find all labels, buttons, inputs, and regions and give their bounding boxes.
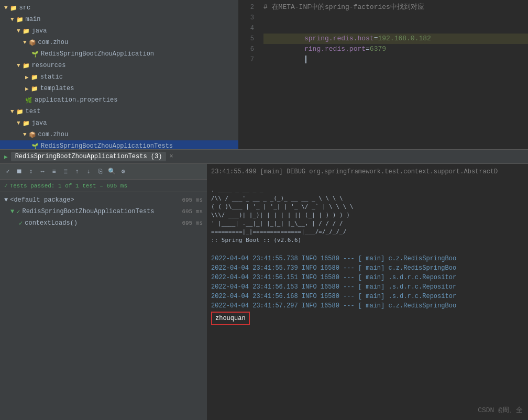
tree-item-test-java[interactable]: ▼ 📁 java [0, 117, 238, 129]
tree-item-test-com-zhou[interactable]: ▼ 📦 com.zhou [0, 129, 238, 140]
package-icon: 📦 [29, 131, 36, 138]
tree-label: RedisSpringBootZhouApplication [41, 50, 154, 58]
folder-icon: 📁 [31, 74, 38, 81]
spring-icon: 🌱 [31, 51, 39, 58]
tree-item-app-props[interactable]: 🌿 application.properties [0, 94, 238, 106]
collapse-btn[interactable]: ≣ [61, 167, 70, 176]
console-output: 23:41:55.499 [main] DEBUG org.springfram… [207, 164, 528, 420]
console-log-3: 2022-04-04 23:41:56.151 INFO 16580 --- [… [211, 273, 524, 282]
tree-item-templates[interactable]: ▶ 📁 templates [0, 83, 238, 94]
run-bar: ▶ RedisSpringBootZhouApplicationTests (3… [0, 149, 528, 164]
default-package-label: <default package> [10, 196, 74, 204]
code-line-3 [263, 13, 528, 23]
tree-item-test[interactable]: ▼ 📁 test [0, 106, 238, 117]
code-line-2: # 在META-INF中的spring-factories中找到对应 [263, 2, 528, 13]
class-time: 695 ms [182, 208, 203, 215]
tree-label: templates [40, 85, 74, 92]
expand-btn[interactable]: ≡ [49, 167, 59, 176]
console-log-1: 2022-04-04 23:41:55.738 INFO 16580 --- [… [211, 254, 524, 263]
folder-icon: 📁 [31, 85, 38, 92]
method-check-icon: ✓ [19, 219, 23, 227]
tree-item-java[interactable]: ▼ 📁 java [0, 25, 238, 37]
test-tree: ▼ <default package> 695 ms ▼ ✓ RedisSpri… [0, 192, 207, 420]
spring-leaf-icon: 🌿 [25, 97, 32, 104]
spring-logo-line6: =========|_|==============|___/=/_/_/_/ [211, 228, 524, 236]
code-content[interactable]: # 在META-INF中的spring-factories中找到对应 sprin… [259, 2, 528, 147]
class-label: RedisSpringBootZhouApplicationTests [22, 208, 154, 215]
tree-label: application.properties [35, 96, 117, 104]
folder-icon: 📁 [16, 108, 24, 115]
pass-filter-btn[interactable]: ✓ [3, 167, 13, 176]
tree-label: java [32, 27, 47, 35]
package-expand-icon: ▼ [4, 196, 8, 204]
expand-icon: ▼ [17, 28, 20, 34]
sort-btn1[interactable]: ↕ [26, 167, 36, 176]
expand-icon: ▼ [10, 108, 14, 115]
expand-icon: ▼ [4, 5, 8, 11]
tree-item-main[interactable]: ▼ 📁 main [0, 14, 238, 25]
folder-icon: 📁 [16, 16, 24, 23]
tree-item-com-zhou[interactable]: ▼ 📦 com.zhou [0, 37, 238, 48]
folder-icon: 📁 [10, 5, 17, 12]
console-log-2: 2022-04-04 23:41:55.739 INFO 16580 --- [… [211, 263, 524, 273]
tree-label: com.zhou [38, 39, 69, 46]
test-results-panel: ✓ ⏹ ↕ ↔ ≡ ≣ ↑ ↓ ⎘ 🔍 ⚙ ✓ Tests passed: 1 … [0, 164, 207, 420]
console-area: 23:41:55.499 [main] DEBUG org.springfram… [207, 164, 528, 420]
tree-item-tests-class[interactable]: 🌱 RedisSpringBootZhouApplicationTests [0, 140, 238, 149]
test-item-class[interactable]: ▼ ✓ RedisSpringBootZhouApplicationTests … [0, 206, 207, 217]
run-icon: ▶ [4, 153, 8, 160]
settings-btn[interactable]: ⚙ [118, 167, 128, 176]
file-tree: ▼ 📁 src ▼ 📁 main ▼ 📁 java ▼ 📦 com.zhou [0, 0, 238, 149]
spring-logo: . ____ _ __ _ _ /\\ / ___'_ __ _ _(_)_ _… [211, 186, 524, 245]
bottom-panel: ✓ ⏹ ↕ ↔ ≡ ≣ ↑ ↓ ⎘ 🔍 ⚙ ✓ Tests passed: 1 … [0, 164, 528, 420]
export-btn[interactable]: ⎘ [95, 167, 105, 176]
next-btn[interactable]: ↓ [84, 167, 93, 176]
test-status-bar: ✓ Tests passed: 1 of 1 test – 695 ms [0, 180, 207, 192]
method-time: 695 ms [182, 220, 203, 226]
line-numbers: 2 3 4 5 6 7 [238, 2, 259, 147]
spring-logo-line5: ' |____| .__|_| |_|_| |_\__, | / / / / [211, 219, 524, 228]
expand-icon: ▼ [23, 131, 27, 138]
console-log-5: 2022-04-04 23:41:56.168 INFO 16580 --- [… [211, 292, 524, 301]
class-expand-icon: ▼ [10, 208, 14, 215]
expand-icon: ▼ [10, 16, 14, 23]
code-line-4: spring.redis.host=192.168.0.182 [263, 23, 528, 34]
expand-icon: ▼ [17, 120, 20, 126]
spring-icon: 🌱 [31, 143, 39, 150]
editor-panel: 2 3 4 5 6 7 # 在META-INF中的spring-factorie… [238, 0, 528, 149]
expand-icon: ▼ [23, 39, 27, 46]
csdn-watermark: CSDN @周、全 [478, 405, 523, 415]
search-tests-btn[interactable]: 🔍 [107, 167, 116, 176]
close-tab-btn[interactable]: × [169, 153, 173, 160]
tree-label: static [40, 73, 63, 81]
pass-check-icon: ✓ [16, 208, 20, 216]
spring-logo-line2: /\\ / ___'_ __ _ _(_)_ __ __ _ \ \ \ \ [211, 194, 524, 203]
sort-btn2[interactable]: ↔ [38, 167, 47, 176]
tree-label: src [19, 4, 31, 12]
tree-label: resources [32, 62, 66, 69]
spring-logo-line1: . ____ _ __ _ _ [211, 186, 524, 194]
test-toolbar: ✓ ⏹ ↕ ↔ ≡ ≣ ↑ ↓ ⎘ 🔍 ⚙ [0, 164, 207, 180]
default-package-time: 695 ms [182, 197, 203, 203]
status-check-icon: ✓ [4, 182, 8, 189]
folder-icon: 📁 [23, 120, 30, 127]
tree-label: test [26, 108, 41, 115]
tree-item-redis-app[interactable]: 🌱 RedisSpringBootZhouApplication [0, 48, 238, 60]
tree-item-src[interactable]: ▼ 📁 src [0, 2, 238, 14]
method-label: contextLoads() [25, 219, 78, 227]
test-item-default-package[interactable]: ▼ <default package> 695 ms [0, 194, 207, 206]
spring-logo-line3: ( ( )\___ | '_ | '_| | '_ \/ _` | \ \ \ … [211, 203, 524, 211]
run-tab[interactable]: RedisSpringBootZhouApplicationTests (3) [11, 152, 167, 161]
tree-item-resources[interactable]: ▼ 📁 resources [0, 60, 238, 71]
prev-btn[interactable]: ↑ [72, 167, 82, 176]
test-item-method[interactable]: ✓ contextLoads() 695 ms [0, 217, 207, 229]
stop-btn[interactable]: ⏹ [15, 167, 24, 176]
folder-icon: 📁 [23, 28, 30, 35]
tree-item-static[interactable]: ▶ 📁 static [0, 71, 238, 83]
expand-icon: ▶ [25, 85, 29, 92]
zhouquan-badge: zhouquan [211, 312, 250, 325]
console-log-6: 2022-04-04 23:41:57.297 INFO 16580 --- [… [211, 301, 524, 311]
expand-icon: ▼ [17, 62, 20, 69]
test-status-text: Tests passed: 1 of 1 test – 695 ms [10, 183, 127, 189]
spring-logo-line4: \\\/ ___)| |_)| | | | | || (_| | ) ) ) ) [211, 211, 524, 219]
